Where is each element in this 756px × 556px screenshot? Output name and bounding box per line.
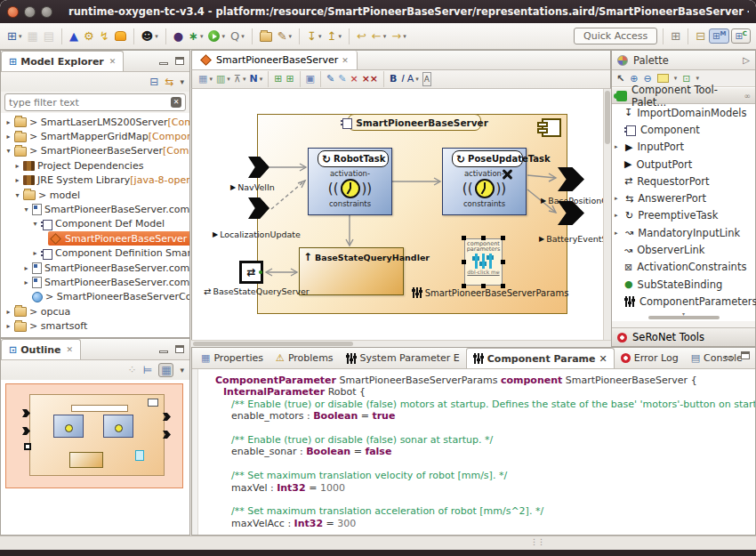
delete-from-diagram-button[interactable]: × xyxy=(348,71,359,87)
task-robottask[interactable]: ↻ RobotTask activation- (()) constraints xyxy=(308,148,392,215)
dropdown-arrow-icon[interactable]: ▾ xyxy=(403,33,406,40)
palette-drawer-component-tools[interactable]: Component Tool-Palet... ∞ xyxy=(612,87,755,104)
zoom-mode-button[interactable]: ▦▾ xyxy=(197,71,214,87)
external-tools-button[interactable]: Q▾ xyxy=(229,28,246,44)
palette-drawer-seronet-tools[interactable]: SeRoNet Tools xyxy=(612,327,755,346)
dropdown-arrow-icon[interactable]: ▾ xyxy=(19,33,22,40)
open-resource-folder-button[interactable] xyxy=(258,29,274,44)
task-poseupdatetask[interactable]: ↻ PoseUpdateTask activation- (()) constr… xyxy=(442,148,527,215)
palette-item-answererport[interactable]: ▸⇆AnswererPort xyxy=(612,189,755,206)
delete-from-model-button[interactable]: ×× xyxy=(360,71,380,87)
tree-expand-arrow[interactable]: ▸ xyxy=(4,308,12,316)
tree-item[interactable]: ▸SmartPioneerBaseServer.compo xyxy=(1,275,189,289)
tree-item[interactable]: ▸> SmartMapperGridMap [Compone xyxy=(1,129,189,143)
window-maximize-button[interactable] xyxy=(41,6,52,18)
last-edit-up-button[interactable]: ↥▾ xyxy=(326,28,343,44)
tab-error-log[interactable]: Error Log xyxy=(615,348,685,368)
tab-component-parame[interactable]: Component Parame✕ xyxy=(466,348,615,368)
tree-item[interactable]: ▾Component Def Model xyxy=(1,217,189,231)
palette-item-componentparameters[interactable]: ComponentParameters xyxy=(612,293,755,310)
palette-item-preemptivetask[interactable]: ▸↻PreemptiveTask xyxy=(612,207,755,224)
diagram-canvas[interactable]: SmartPioneerBaseServer ↻ RobotTask xyxy=(191,89,603,340)
view-menu-icon[interactable]: ▾ xyxy=(180,366,184,375)
palette-item-substatebinding[interactable]: ●SubStateBinding xyxy=(612,276,755,293)
tab-outline[interactable]: ⊡ Outline ✕ xyxy=(1,339,81,359)
tree-item[interactable]: ▸JRE System Library [java-8-openjd xyxy=(1,173,189,188)
quick-access-box[interactable]: Quick Access xyxy=(574,28,657,44)
sash-grip[interactable]: ⋮⋮ xyxy=(530,537,544,546)
dropdown-arrow-icon[interactable]: ▾ xyxy=(415,76,419,83)
select-cursor-icon[interactable]: ↖ xyxy=(616,73,624,85)
close-icon[interactable]: ✕ xyxy=(342,56,349,65)
window-minimize-button[interactable] xyxy=(24,6,36,18)
tab-editor-diagram[interactable]: SmartPioneerBaseServer ✕ xyxy=(192,51,358,69)
tree-item[interactable]: SmartPioneerBaseServer xyxy=(1,231,189,246)
collapse-all-icon[interactable]: ⊟ xyxy=(149,76,158,88)
tab-model-explorer[interactable]: ⊞ Model Explorer ✕ xyxy=(1,51,124,71)
minimize-view-icon[interactable] xyxy=(725,357,734,359)
navigate-back-button[interactable]: ←▾ xyxy=(370,28,388,44)
marketplace-button[interactable]: ⊞ xyxy=(669,28,682,44)
selection-handle[interactable] xyxy=(501,260,505,264)
tree-expand-arrow[interactable]: ▾ xyxy=(31,220,39,228)
handler-basestatequeryhandler[interactable]: ↑ BaseStateQueryHandler xyxy=(299,247,404,295)
dropdown-arrow-icon[interactable]: ▾ xyxy=(318,33,322,40)
maximize-view-icon[interactable] xyxy=(175,57,184,65)
font-dialog-button[interactable]: A xyxy=(421,70,433,88)
capture-diagram-button[interactable]: ▲ xyxy=(68,28,80,44)
tree-expand-arrow[interactable]: ▸ xyxy=(22,264,30,272)
back-history-button[interactable]: ↩ xyxy=(355,28,368,44)
outline-tree-mode-icon[interactable]: ⊨ xyxy=(143,364,152,376)
reqport-label[interactable]: ⇄BaseStateQueryServer xyxy=(204,286,310,296)
clear-filter-icon[interactable]: ✕ xyxy=(171,97,181,108)
dropdown-arrow-icon[interactable]: ▾ xyxy=(209,76,213,83)
drawer-pin-icon[interactable]: ∞ xyxy=(744,92,752,101)
canvas-horizontal-scrollbar[interactable] xyxy=(191,340,611,347)
dropdown-arrow-icon[interactable]: ▾ xyxy=(383,33,387,40)
tree-item[interactable]: ▸SmartPioneerBaseServer.compo xyxy=(1,261,189,275)
chevron-right-icon[interactable]: ▷ xyxy=(743,55,750,65)
tree-expand-arrow[interactable]: ▾ xyxy=(4,147,12,155)
minimize-view-icon[interactable] xyxy=(159,351,168,353)
tree-item[interactable]: ▸> SmartLaserLMS200Server [Compo xyxy=(1,115,189,129)
palette-expand-arrow[interactable]: ▸ xyxy=(615,230,621,237)
search-brush-button[interactable]: ✎▾ xyxy=(276,28,294,44)
new-wizard-button[interactable]: ⊞▾ xyxy=(5,28,23,44)
close-icon[interactable]: ✕ xyxy=(599,353,607,365)
dropdown-arrow-icon[interactable]: ▾ xyxy=(289,33,293,40)
selection-handle[interactable] xyxy=(462,236,466,240)
dropdown-arrow-icon[interactable]: ▾ xyxy=(243,76,246,83)
outline-viewport-overlay[interactable] xyxy=(5,383,183,488)
inport-navvelin-label[interactable]: ▶NavVelIn xyxy=(230,182,275,192)
tree-expand-arrow[interactable]: ▸ xyxy=(4,118,12,126)
tree-item[interactable]: ▾SmartPioneerBaseServer.compo xyxy=(1,202,189,216)
filters-pin-button[interactable]: ⊼▾ xyxy=(232,71,248,87)
layout-arrange-button[interactable]: N▾ xyxy=(247,71,264,87)
palette-item-component[interactable]: Component xyxy=(612,121,755,138)
navigate-forward-button[interactable]: →▾ xyxy=(390,28,407,44)
font-color-button[interactable]: A▾ xyxy=(406,71,421,87)
tree-expand-arrow[interactable]: ▸ xyxy=(31,249,39,257)
component-parameters-label[interactable]: SmartPioneerBaseServerParams xyxy=(419,287,561,298)
palette-item-requestorport[interactable]: ⇄RequestorPort xyxy=(612,173,755,189)
reqport-basestatequeryserver[interactable]: ⇄ xyxy=(239,261,263,284)
selection-handle[interactable] xyxy=(501,236,505,240)
dropdown-arrow-icon[interactable]: ▾ xyxy=(221,33,225,40)
palette-expand-arrow[interactable]: ▸ xyxy=(615,195,621,202)
parameter-editor[interactable]: ComponentParameter SmartPioneerBaseServe… xyxy=(192,369,755,535)
view-menu-icon[interactable]: ▾ xyxy=(180,77,184,86)
dropdown-arrow-icon[interactable]: ▾ xyxy=(338,33,342,40)
outport-batteryevent-label[interactable]: ▶BatteryEventServ xyxy=(539,234,603,244)
inport-localizationupdate-label[interactable]: ▶LocalizationUpdate xyxy=(213,230,301,239)
hide-element-button[interactable]: ✎ xyxy=(325,71,336,87)
tree-item[interactable]: ▾> model xyxy=(1,188,189,202)
tree-expand-arrow[interactable]: ▸ xyxy=(4,322,12,330)
filter-input[interactable] xyxy=(9,97,171,109)
component-parameters-element[interactable]: component parameters dbl-click me xyxy=(464,238,503,286)
copy-layout-button[interactable]: ⊟ xyxy=(694,28,707,44)
palette-header[interactable]: Palette ▷ xyxy=(612,51,755,70)
canvas-vertical-scrollbar[interactable] xyxy=(603,89,611,340)
tree-item[interactable]: ▸Project Dependencies xyxy=(1,158,189,173)
tree-expand-arrow[interactable]: ▸ xyxy=(22,278,30,286)
debug-button[interactable]: ∗▾ xyxy=(187,28,205,44)
